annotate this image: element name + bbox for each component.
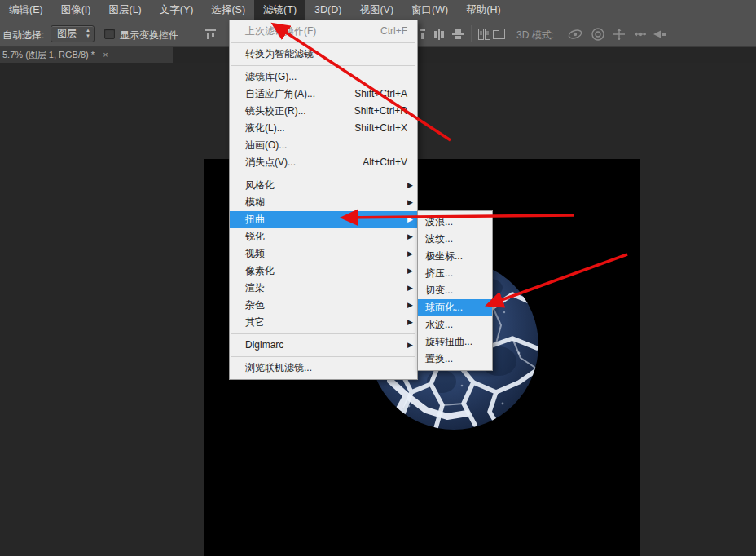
menu-item[interactable]: Shift+Ctrl+R镜头校正(R)... (230, 103, 417, 120)
menu-item[interactable]: 视频▶ (230, 245, 417, 263)
menubar-item[interactable]: 编辑(E) (0, 0, 52, 20)
auto-select-dropdown[interactable]: 图层 ▲▼ (51, 25, 94, 42)
menu-item[interactable]: 置换... (418, 351, 492, 368)
menu-item-label: 上次滤镜操作(F) (245, 25, 316, 37)
3d-rotate-icon[interactable] (567, 27, 581, 40)
menu-item[interactable]: 旋转扭曲... (418, 333, 492, 351)
menu-item-label: 其它 (245, 316, 265, 328)
menu-item[interactable]: 渲染▶ (230, 280, 417, 297)
menu-item[interactable]: 切变... (418, 282, 492, 299)
menu-item[interactable]: 杂色▶ (230, 297, 417, 314)
menu-item[interactable]: 扭曲▶ (230, 211, 417, 228)
menu-item-label: 滤镜库(G)... (245, 71, 297, 82)
menu-item-label: 渲染 (245, 282, 265, 293)
menu-item[interactable]: 水波... (418, 316, 492, 333)
menu-item-label: 自适应广角(A)... (245, 88, 315, 99)
menu-item-label: 模糊 (245, 196, 265, 208)
menu-item-label: 极坐标... (425, 250, 463, 262)
menu-item[interactable]: 转换为智能滤镜 (230, 46, 417, 63)
auto-blend-layers-icon[interactable] (492, 28, 506, 41)
menubar-item[interactable]: 选择(S) (202, 0, 254, 20)
auto-align-layers-icon[interactable] (477, 28, 491, 41)
submenu-arrow-icon: ▶ (407, 297, 413, 314)
menu-item[interactable]: 波浪... (418, 214, 492, 231)
submenu-arrow-icon: ▶ (407, 280, 413, 297)
document-tab[interactable]: 5.7% (图层 1, RGB/8) * × (0, 47, 173, 63)
menu-item-label: 球面化... (425, 302, 463, 313)
menu-item-label: 锐化 (245, 231, 265, 242)
menu-separator (231, 65, 415, 66)
menu-separator (231, 42, 415, 43)
menu-item[interactable]: 波纹... (418, 231, 492, 248)
close-icon[interactable]: × (103, 50, 108, 60)
menu-item[interactable]: 锐化▶ (230, 228, 417, 245)
menubar-item[interactable]: 视图(V) (350, 0, 402, 20)
submenu-arrow-icon: ▶ (407, 177, 413, 194)
menu-item[interactable]: Shift+Ctrl+A自适应广角(A)... (230, 86, 417, 103)
menu-shortcut: Alt+Ctrl+V (363, 154, 407, 171)
distort-submenu: 波浪...波纹...极坐标...挤压...切变...球面化...水波...旋转扭… (417, 210, 493, 371)
menu-item-label: 水波... (425, 319, 453, 330)
document-tab-title: 5.7% (图层 1, RGB/8) * (2, 50, 94, 60)
menu-shortcut: Shift+Ctrl+R (354, 103, 407, 120)
menu-item-label: 置换... (425, 353, 453, 364)
menu-item-label: 杂色 (245, 299, 265, 311)
menu-shortcut: Shift+Ctrl+A (354, 86, 407, 103)
menu-item-label: 挤压... (425, 267, 453, 279)
distribute-horizontal-centers-icon[interactable] (451, 28, 465, 41)
menu-item-label: 镜头校正(R)... (245, 105, 306, 117)
options-separator (471, 25, 472, 42)
menu-item-label: 消失点(V)... (245, 157, 296, 168)
menu-separator (231, 174, 415, 174)
menu-item-label: 液化(L)... (245, 122, 285, 134)
submenu-arrow-icon: ▶ (407, 337, 413, 354)
menubar-item[interactable]: 窗口(W) (402, 0, 457, 20)
menubar-item[interactable]: 3D(D) (305, 0, 350, 20)
menu-item[interactable]: 极坐标... (418, 248, 492, 265)
menu-item[interactable]: 模糊▶ (230, 194, 417, 211)
auto-select-value: 图层 (57, 28, 77, 39)
photoshop-window: 编辑(E)图像(I)图层(L)文字(Y)选择(S)滤镜(T)3D(D)视图(V)… (0, 0, 756, 556)
menubar-item[interactable]: 文字(Y) (151, 0, 203, 20)
distribute-vertical-centers-icon[interactable] (433, 28, 446, 41)
menu-item-label: 浏览联机滤镜... (245, 362, 312, 373)
menu-item[interactable]: 挤压... (418, 265, 492, 282)
menu-item[interactable]: 油画(O)... (230, 137, 417, 154)
menubar-item[interactable]: 滤镜(T) (254, 0, 305, 20)
3d-roll-icon[interactable] (590, 27, 604, 40)
menu-item[interactable]: 浏览联机滤镜... (230, 360, 417, 377)
chevron-updown-icon: ▲▼ (86, 28, 90, 39)
menubar-item[interactable]: 图像(I) (52, 0, 100, 20)
menu-item-label: 波纹... (425, 233, 453, 245)
3d-scale-icon[interactable] (652, 27, 666, 40)
menu-item[interactable]: Shift+Ctrl+X液化(L)... (230, 120, 417, 137)
menu-item-label: 油画(O)... (245, 139, 287, 151)
3d-mode-label: 3D 模式: (516, 29, 554, 42)
align-top-edges-icon[interactable] (204, 28, 218, 41)
3d-slide-icon[interactable] (632, 27, 646, 40)
menu-item[interactable]: 像素化▶ (230, 263, 417, 280)
menu-item-label: 风格化 (245, 179, 275, 191)
menu-shortcut: Ctrl+F (380, 23, 407, 40)
menu-item[interactable]: 其它▶ (230, 314, 417, 331)
menu-item[interactable]: 滤镜库(G)... (230, 68, 417, 86)
menu-shortcut: Shift+Ctrl+X (354, 120, 407, 137)
menu-item-label: 扭曲 (245, 214, 265, 225)
3d-drag-icon[interactable] (611, 27, 625, 40)
menubar-item[interactable]: 帮助(H) (457, 0, 509, 20)
menu-item-label: 波浪... (425, 216, 453, 227)
menu-item[interactable]: 球面化... (418, 299, 492, 316)
show-transform-checkbox[interactable] (104, 29, 115, 39)
menubar-item[interactable]: 图层(L) (99, 0, 150, 20)
menu-item-label: 像素化 (245, 265, 275, 276)
menu-item[interactable]: 风格化▶ (230, 177, 417, 194)
menu-separator (231, 333, 415, 334)
submenu-arrow-icon: ▶ (407, 245, 413, 263)
menubar: 编辑(E)图像(I)图层(L)文字(Y)选择(S)滤镜(T)3D(D)视图(V)… (0, 0, 756, 20)
menu-item-label: 视频 (245, 248, 265, 259)
options-separator (196, 25, 196, 42)
menu-item[interactable]: Alt+Ctrl+V消失点(V)... (230, 154, 417, 171)
menu-item[interactable]: Digimarc▶ (230, 337, 417, 354)
menu-item[interactable]: Ctrl+F上次滤镜操作(F) (230, 23, 417, 40)
submenu-arrow-icon: ▶ (407, 314, 413, 331)
